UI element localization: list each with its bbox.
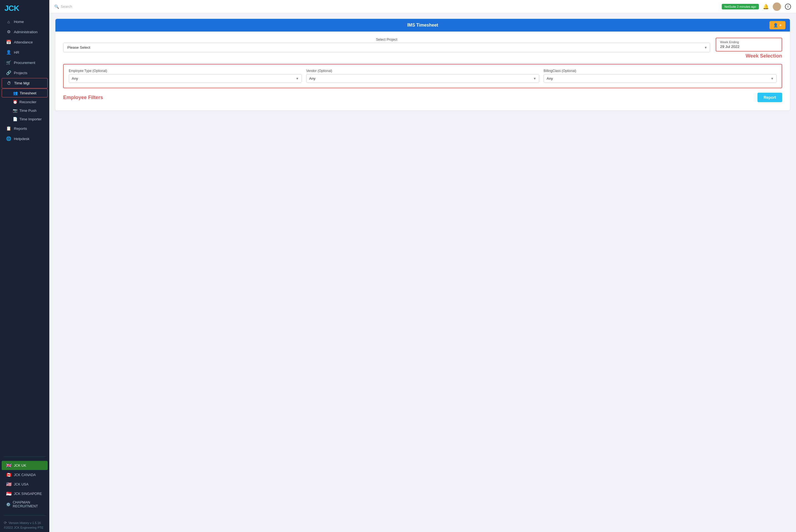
sidebar-item-time-push[interactable]: 📷 Time Push [2,106,48,115]
search-placeholder-text: Search [61,4,72,8]
helpdesk-icon: 🌐 [6,136,11,141]
project-select[interactable]: Please Select [63,43,710,52]
employee-type-col: Employee Type (Optional) Any ▼ [69,69,302,83]
timesheet-icon: 👥 [13,91,17,95]
flag-usa: 🇺🇸 [6,482,12,487]
svg-point-1 [774,8,780,11]
company-jck-uk[interactable]: 🇬🇧 JCK UK [2,461,48,470]
version-text: Version History v 1.5.16 [8,521,41,525]
company-label-jck-canada: JCK CANADA [14,473,36,477]
netsuite-badge: NetSuite 2 minutes ago [722,4,759,10]
sidebar-item-administration[interactable]: ⚙ Administration [2,27,48,37]
sidebar-nav: ⌂ Home ⚙ Administration 📅 Attendance 👤 H… [0,16,49,454]
projects-icon: 🔗 [6,70,11,75]
employee-type-label: Employee Type (Optional) [69,69,302,73]
company-section: 🇬🇧 JCK UK 🇨🇦 JCK CANADA 🇺🇸 JCK USA 🇸🇬 JC… [0,459,49,513]
sidebar-item-helpdesk[interactable]: 🌐 Helpdesk [2,134,48,144]
vendor-select-wrap: Any ▼ [306,74,539,83]
company-label-jck-singapore: JCK SINGAPORE [14,492,42,496]
vendor-select[interactable]: Any [306,74,539,83]
bell-icon[interactable]: 🔔 [763,4,769,10]
sidebar-item-time-importer[interactable]: 📄 Time Importer [2,115,48,123]
company-chapman[interactable]: ⚙️ CHAPMAN RECRUITMENT [2,498,48,510]
sidebar-label-time-importer: Time Importer [19,117,41,121]
avatar[interactable] [773,2,781,11]
company-label-chapman: CHAPMAN RECRUITMENT [13,500,43,508]
ims-card: IMS Timesheet 👤 + Select Project Please … [55,19,790,111]
sidebar-footer: ⟳ Version History v 1.5.16 ©2022 JCK Eng… [0,518,49,532]
sidebar-label-reports: Reports [14,127,27,131]
week-ending-label: Week Ending [720,40,778,44]
sidebar-label-timesheet: Timesheet [20,91,36,95]
billing-class-col: BillingClass (Optional) Any ▼ [544,69,777,83]
project-col: Select Project Please Select ▼ [63,38,710,52]
sidebar-label-administration: Administration [14,30,38,34]
administration-icon: ⚙ [6,29,11,34]
filters-row: Employee Type (Optional) Any ▼ Vendor (O… [69,69,777,83]
project-week-row: Select Project Please Select ▼ Week Endi… [63,38,782,59]
procurement-icon: 🛒 [6,60,11,65]
attendance-icon: 📅 [6,40,11,44]
report-row: Employee Filters Report [63,93,782,102]
time-importer-icon: 📄 [13,117,17,121]
search-wrap: 🔍 Search [54,4,719,9]
report-button[interactable]: Report [758,93,782,102]
employee-type-select-wrap: Any ▼ [69,74,302,83]
sidebar-label-attendance: Attendance [14,40,33,44]
add-user-plus: + [779,23,782,27]
company-jck-singapore[interactable]: 🇸🇬 JCK SINGAPORE [2,489,48,498]
app-logo: JCK [4,4,19,13]
sidebar-item-reports[interactable]: 📋 Reports [2,124,48,133]
sidebar-item-reconciler[interactable]: ⏰ Reconciler [2,98,48,106]
filters-box: Employee Type (Optional) Any ▼ Vendor (O… [63,64,782,88]
topbar: 🔍 Search NetSuite 2 minutes ago 🔔 i [49,0,796,13]
main-area: 🔍 Search NetSuite 2 minutes ago 🔔 i IMS … [49,0,796,532]
time-push-icon: 📷 [13,108,17,113]
sidebar-divider-2 [3,515,46,516]
sidebar: JCK ⌂ Home ⚙ Administration 📅 Attendance… [0,0,49,532]
topbar-right: NetSuite 2 minutes ago 🔔 i [722,2,791,11]
hr-icon: 👤 [6,50,11,55]
home-icon: ⌂ [6,19,11,24]
reports-icon: 📋 [6,126,11,131]
svg-point-0 [775,3,779,7]
sidebar-item-home[interactable]: ⌂ Home [2,17,48,26]
sidebar-label-helpdesk: Helpdesk [14,137,29,141]
sidebar-item-attendance[interactable]: 📅 Attendance [2,37,48,47]
sidebar-label-time-mgt: Time Mgt [14,81,30,85]
sidebar-label-reconciler: Reconciler [19,100,36,104]
info-icon[interactable]: i [785,4,791,10]
billing-class-label: BillingClass (Optional) [544,69,777,73]
sidebar-item-projects[interactable]: 🔗 Projects [2,68,48,78]
version-icon: ⟳ [4,521,7,525]
flag-canada: 🇨🇦 [6,472,12,477]
time-mgt-icon: ⏱ [6,81,11,86]
company-label-jck-uk: JCK UK [14,463,26,468]
logo-area: JCK [0,0,49,16]
add-user-icon: 👤 [773,23,778,27]
sidebar-label-projects: Projects [14,71,28,75]
search-icon: 🔍 [54,4,59,9]
week-col: Week Ending 29 Jul 2022 Week Selection [716,38,782,59]
sidebar-item-timesheet[interactable]: 👥 Timesheet [2,89,48,97]
flag-chapman: ⚙️ [6,502,11,507]
vendor-col: Vendor (Optional) Any ▼ [306,69,539,83]
copyright-text: ©2022 JCK Engineering PTE [4,526,46,529]
company-jck-canada[interactable]: 🇨🇦 JCK CANADA [2,470,48,479]
company-label-jck-usa: JCK USA [14,482,29,486]
sidebar-item-time-mgt[interactable]: ⏱ Time Mgt [2,78,48,88]
select-project-label: Select Project [63,38,710,41]
sidebar-divider [3,456,46,457]
sidebar-label-procurement: Procurement [14,61,35,65]
billing-class-select[interactable]: Any [544,74,777,83]
flag-uk: 🇬🇧 [6,463,12,468]
company-jck-usa[interactable]: 🇺🇸 JCK USA [2,480,48,489]
project-select-wrap: Please Select ▼ [63,43,710,52]
sidebar-label-home: Home [14,20,24,24]
sidebar-item-procurement[interactable]: 🛒 Procurement [2,58,48,68]
week-selection-label: Week Selection [716,53,782,59]
add-user-button[interactable]: 👤 + [770,21,785,29]
sidebar-item-hr[interactable]: 👤 HR [2,48,48,57]
week-ending-box[interactable]: Week Ending 29 Jul 2022 [716,38,782,52]
employee-type-select[interactable]: Any [69,74,302,83]
